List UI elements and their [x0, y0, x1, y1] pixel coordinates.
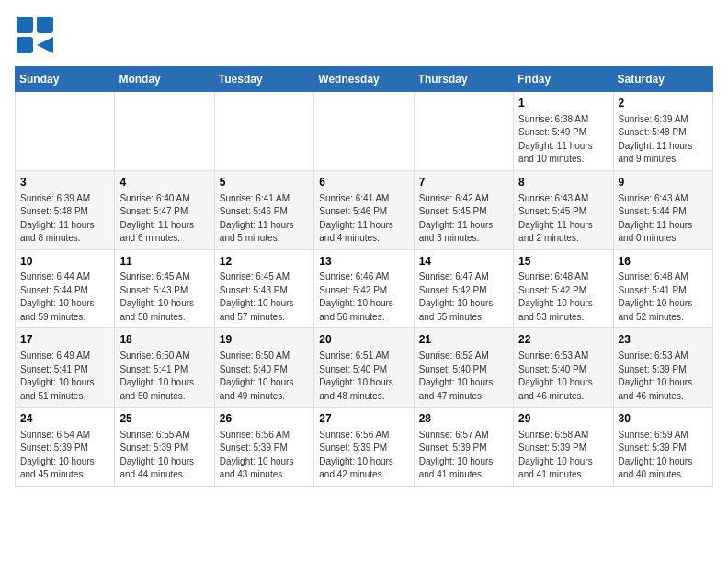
day-number: 19	[220, 332, 309, 348]
header	[15, 15, 713, 59]
weekday-header-tuesday: Tuesday	[214, 67, 313, 92]
calendar-cell: 11Sunrise: 6:45 AM Sunset: 5:43 PM Dayli…	[115, 249, 214, 328]
day-number: 9	[619, 175, 708, 190]
day-number: 16	[619, 254, 708, 270]
day-info: Sunrise: 6:39 AM Sunset: 5:48 PM Dayligh…	[619, 113, 708, 167]
day-info: Sunrise: 6:47 AM Sunset: 5:42 PM Dayligh…	[419, 270, 508, 324]
calendar-cell	[214, 92, 313, 171]
calendar-cell: 8Sunrise: 6:43 AM Sunset: 5:45 PM Daylig…	[514, 170, 613, 249]
calendar-cell: 1Sunrise: 6:38 AM Sunset: 5:49 PM Daylig…	[514, 92, 613, 171]
svg-rect-2	[17, 37, 33, 53]
calendar-cell: 17Sunrise: 6:49 AM Sunset: 5:41 PM Dayli…	[16, 328, 115, 408]
day-number: 18	[119, 332, 209, 348]
day-number: 10	[20, 254, 109, 270]
day-info: Sunrise: 6:58 AM Sunset: 5:39 PM Dayligh…	[518, 429, 608, 482]
day-info: Sunrise: 6:44 AM Sunset: 5:44 PM Dayligh…	[20, 270, 109, 324]
day-number: 1	[518, 96, 608, 111]
day-info: Sunrise: 6:43 AM Sunset: 5:45 PM Dayligh…	[518, 192, 608, 246]
calendar-cell: 19Sunrise: 6:50 AM Sunset: 5:40 PM Dayli…	[214, 328, 313, 408]
weekday-header-friday: Friday	[514, 67, 613, 92]
weekday-header-thursday: Thursday	[414, 67, 513, 92]
weekday-header-monday: Monday	[115, 67, 214, 92]
calendar-week-3: 10Sunrise: 6:44 AM Sunset: 5:44 PM Dayli…	[16, 249, 713, 328]
calendar-cell: 15Sunrise: 6:48 AM Sunset: 5:42 PM Dayli…	[514, 249, 613, 328]
day-number: 26	[220, 411, 309, 427]
calendar-cell: 29Sunrise: 6:58 AM Sunset: 5:39 PM Dayli…	[514, 408, 613, 487]
day-number: 30	[619, 411, 708, 427]
calendar-cell: 21Sunrise: 6:52 AM Sunset: 5:40 PM Dayli…	[414, 328, 513, 408]
day-info: Sunrise: 6:56 AM Sunset: 5:39 PM Dayligh…	[220, 429, 309, 482]
day-number: 15	[518, 254, 608, 270]
calendar-cell: 20Sunrise: 6:51 AM Sunset: 5:40 PM Dayli…	[314, 328, 414, 408]
calendar: SundayMondayTuesdayWednesdayThursdayFrid…	[15, 66, 713, 487]
day-info: Sunrise: 6:57 AM Sunset: 5:39 PM Dayligh…	[419, 429, 508, 482]
day-info: Sunrise: 6:51 AM Sunset: 5:40 PM Dayligh…	[319, 350, 408, 403]
calendar-cell: 6Sunrise: 6:41 AM Sunset: 5:46 PM Daylig…	[314, 170, 414, 249]
calendar-cell: 2Sunrise: 6:39 AM Sunset: 5:48 PM Daylig…	[613, 92, 712, 171]
day-info: Sunrise: 6:41 AM Sunset: 5:46 PM Dayligh…	[220, 192, 309, 246]
day-info: Sunrise: 6:45 AM Sunset: 5:43 PM Dayligh…	[220, 270, 309, 324]
day-info: Sunrise: 6:48 AM Sunset: 5:41 PM Dayligh…	[619, 270, 708, 324]
calendar-week-4: 17Sunrise: 6:49 AM Sunset: 5:41 PM Dayli…	[16, 328, 713, 408]
day-info: Sunrise: 6:53 AM Sunset: 5:39 PM Dayligh…	[619, 350, 708, 403]
day-number: 28	[419, 411, 508, 427]
svg-rect-1	[37, 17, 53, 33]
day-info: Sunrise: 6:56 AM Sunset: 5:39 PM Dayligh…	[319, 429, 408, 482]
calendar-cell: 3Sunrise: 6:39 AM Sunset: 5:48 PM Daylig…	[16, 170, 115, 249]
calendar-week-5: 24Sunrise: 6:54 AM Sunset: 5:39 PM Dayli…	[16, 408, 713, 487]
calendar-cell: 26Sunrise: 6:56 AM Sunset: 5:39 PM Dayli…	[214, 408, 313, 487]
day-number: 25	[119, 411, 209, 427]
day-info: Sunrise: 6:45 AM Sunset: 5:43 PM Dayligh…	[119, 270, 209, 324]
day-number: 5	[220, 175, 309, 190]
day-number: 21	[419, 332, 508, 348]
calendar-cell: 25Sunrise: 6:55 AM Sunset: 5:39 PM Dayli…	[115, 408, 214, 487]
svg-marker-3	[37, 37, 53, 53]
day-number: 22	[518, 332, 608, 348]
day-info: Sunrise: 6:59 AM Sunset: 5:39 PM Dayligh…	[619, 429, 708, 482]
calendar-cell	[414, 92, 513, 171]
day-info: Sunrise: 6:52 AM Sunset: 5:40 PM Dayligh…	[419, 350, 508, 403]
calendar-cell: 27Sunrise: 6:56 AM Sunset: 5:39 PM Dayli…	[314, 408, 414, 487]
calendar-cell	[115, 92, 214, 171]
day-number: 6	[319, 175, 408, 190]
calendar-cell: 12Sunrise: 6:45 AM Sunset: 5:43 PM Dayli…	[214, 249, 313, 328]
day-info: Sunrise: 6:41 AM Sunset: 5:46 PM Dayligh…	[319, 192, 408, 246]
day-number: 11	[119, 254, 209, 270]
calendar-cell	[314, 92, 414, 171]
calendar-cell: 4Sunrise: 6:40 AM Sunset: 5:47 PM Daylig…	[115, 170, 214, 249]
day-number: 27	[319, 411, 408, 427]
day-number: 29	[518, 411, 608, 427]
day-info: Sunrise: 6:38 AM Sunset: 5:49 PM Dayligh…	[518, 113, 608, 167]
day-info: Sunrise: 6:54 AM Sunset: 5:39 PM Dayligh…	[20, 429, 109, 482]
day-info: Sunrise: 6:53 AM Sunset: 5:40 PM Dayligh…	[518, 350, 608, 403]
day-info: Sunrise: 6:40 AM Sunset: 5:47 PM Dayligh…	[119, 192, 209, 246]
day-number: 23	[619, 332, 708, 348]
calendar-cell: 30Sunrise: 6:59 AM Sunset: 5:39 PM Dayli…	[613, 408, 712, 487]
calendar-cell: 14Sunrise: 6:47 AM Sunset: 5:42 PM Dayli…	[414, 249, 513, 328]
calendar-cell: 9Sunrise: 6:43 AM Sunset: 5:44 PM Daylig…	[613, 170, 712, 249]
day-number: 17	[20, 332, 109, 348]
calendar-cell	[16, 92, 115, 171]
day-info: Sunrise: 6:50 AM Sunset: 5:40 PM Dayligh…	[220, 350, 309, 403]
day-number: 14	[419, 254, 508, 270]
day-info: Sunrise: 6:55 AM Sunset: 5:39 PM Dayligh…	[119, 429, 209, 482]
day-number: 2	[619, 96, 708, 111]
svg-rect-0	[17, 17, 33, 33]
calendar-cell: 24Sunrise: 6:54 AM Sunset: 5:39 PM Dayli…	[16, 408, 115, 487]
calendar-cell: 18Sunrise: 6:50 AM Sunset: 5:41 PM Dayli…	[115, 328, 214, 408]
day-info: Sunrise: 6:50 AM Sunset: 5:41 PM Dayligh…	[119, 350, 209, 403]
weekday-header-sunday: Sunday	[16, 67, 115, 92]
calendar-cell: 13Sunrise: 6:46 AM Sunset: 5:42 PM Dayli…	[314, 249, 414, 328]
calendar-week-2: 3Sunrise: 6:39 AM Sunset: 5:48 PM Daylig…	[16, 170, 713, 249]
logo-icon	[15, 15, 55, 59]
day-number: 24	[20, 411, 109, 427]
day-info: Sunrise: 6:49 AM Sunset: 5:41 PM Dayligh…	[20, 350, 109, 403]
day-number: 13	[319, 254, 408, 270]
calendar-cell: 16Sunrise: 6:48 AM Sunset: 5:41 PM Dayli…	[613, 249, 712, 328]
calendar-cell: 7Sunrise: 6:42 AM Sunset: 5:45 PM Daylig…	[414, 170, 513, 249]
day-number: 20	[319, 332, 408, 348]
calendar-cell: 5Sunrise: 6:41 AM Sunset: 5:46 PM Daylig…	[214, 170, 313, 249]
day-number: 12	[220, 254, 309, 270]
day-number: 7	[419, 175, 508, 190]
weekday-header-wednesday: Wednesday	[314, 67, 414, 92]
